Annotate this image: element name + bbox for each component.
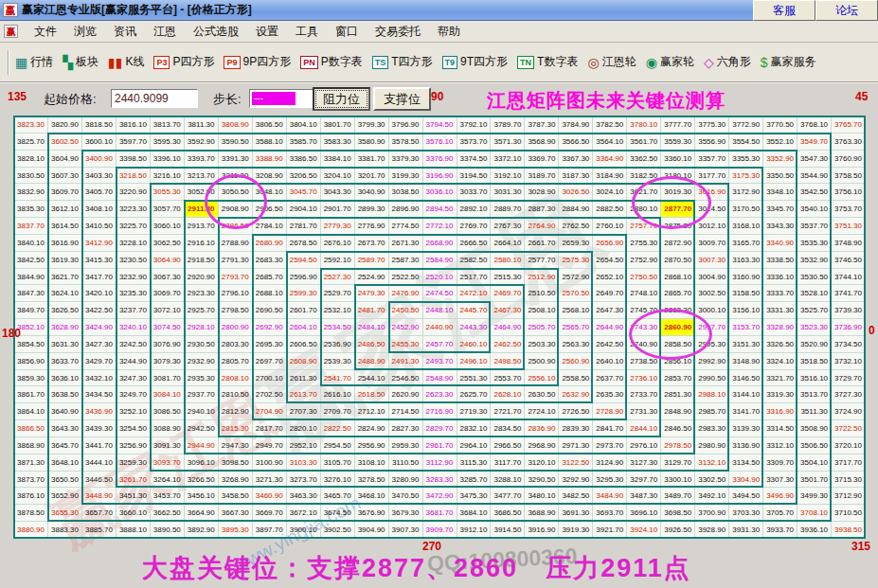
grid-cell-r9-c7: 2791.30 — [219, 252, 253, 269]
grid-cell-r12-c17: 2568.10 — [559, 302, 593, 319]
toolbar-item-p-table[interactable]: PNP数字表 — [300, 54, 363, 70]
grid-cell-r8-c21: 3009.70 — [695, 235, 729, 252]
grid-cell-r21-c24: 3504.10 — [797, 454, 832, 472]
toolbar-item-kline[interactable]: ▮▮K线 — [108, 54, 144, 70]
grid-cell-r24-c1: 3878.50 — [14, 505, 48, 522]
menu-item-2[interactable]: 资讯 — [105, 21, 145, 43]
grid-cell-r13-c17: 2565.70 — [559, 319, 593, 336]
menu-item-6[interactable]: 工具 — [287, 21, 327, 43]
menu-item-1[interactable]: 浏览 — [65, 21, 105, 43]
grid-cell-r10-c11: 2524.90 — [355, 269, 389, 286]
grid-cell-r25-c16: 3916.90 — [525, 522, 559, 539]
grid-cell-r20-c6: 2944.90 — [185, 437, 219, 454]
start-price-input[interactable] — [111, 89, 198, 108]
grid-cell-r24-c21: 3700.90 — [695, 505, 729, 522]
controls-row: 135 起始价格: 步长: --- ▼ 阻力位 支撑位 90 江恩矩阵图未来关键… — [0, 83, 878, 116]
toolbar-item-label: 9T四方形 — [460, 54, 508, 70]
grid-cell-r13-c22: 3153.70 — [729, 319, 763, 336]
menu-item-5[interactable]: 设置 — [247, 21, 287, 43]
grid-cell-r4-c6: 3213.70 — [185, 168, 219, 185]
grid-cell-r20-c16: 2968.90 — [525, 437, 559, 454]
toolbar-item-9p-square[interactable]: P99P四方形 — [224, 54, 291, 70]
grid-cell-r11-c21: 3002.50 — [695, 285, 729, 302]
grid-cell-r13-c14: 2443.30 — [457, 319, 491, 336]
grid-cell-r4-c7: 3211.30 — [219, 168, 253, 185]
grid-cell-r7-c6: 2913.70 — [185, 218, 219, 235]
grid-cell-r2-c19: 3561.70 — [627, 134, 661, 151]
grid-cell-r4-c16: 3189.70 — [525, 168, 559, 185]
toolbar-item-9t-square[interactable]: T99T四方形 — [442, 54, 509, 70]
grid-cell-r15-c1: 3856.90 — [14, 353, 48, 370]
grid-cell-r24-c5: 3662.50 — [151, 505, 185, 522]
grid-cell-r21-c15: 3117.70 — [491, 454, 525, 472]
grid-cell-r25-c24: 3936.10 — [797, 522, 832, 539]
grid-cell-r19-c6: 2942.50 — [185, 420, 219, 437]
menu-item-4[interactable]: 公式选股 — [185, 21, 247, 43]
toolbar-item-winner-wheel[interactable]: ◉赢家轮 — [646, 54, 694, 70]
grid-cell-r24-c9: 3672.10 — [287, 505, 321, 522]
grid-cell-r20-c11: 2956.90 — [355, 437, 389, 454]
resistance-button[interactable]: 阻力位 — [313, 87, 370, 111]
grid-cell-r20-c9: 2952.10 — [287, 437, 321, 454]
grid-cell-r12-c9: 2601.70 — [287, 302, 321, 319]
grid-cell-r2-c25: 3763.30 — [832, 134, 866, 151]
grid-cell-r1-c1: 3823.30 — [14, 116, 48, 134]
toolbar-item-market[interactable]: ▦行情 — [15, 54, 53, 70]
grid-cell-r13-c15: 2464.90 — [491, 319, 525, 336]
grid-cell-r16-c23: 3321.70 — [763, 370, 797, 387]
grid-cell-r4-c18: 3184.90 — [593, 168, 627, 185]
angle-label-90: 90 — [431, 90, 443, 103]
grid-cell-r4-c2: 3607.30 — [48, 168, 82, 185]
grid-cell-r21-c21: 3132.10 — [695, 454, 729, 472]
menu-item-8[interactable]: 交易委托 — [367, 21, 429, 43]
grid-cell-r15-c10: 2539.30 — [321, 353, 355, 370]
grid-cell-r3-c11: 3381.70 — [355, 151, 389, 168]
toolbar-item-winner-service[interactable]: $赢家服务 — [761, 54, 816, 70]
grid-cell-r7-c21: 3012.10 — [695, 218, 729, 235]
grid-cell-r24-c25: 3710.50 — [832, 505, 866, 522]
menu-item-7[interactable]: 窗口 — [327, 21, 367, 43]
angle-label-315: 315 — [851, 540, 870, 553]
grid-cell-r18-c24: 3511.30 — [797, 403, 832, 420]
grid-cell-r6-c16: 2887.30 — [525, 201, 559, 218]
grid-cell-r9-c12: 2587.30 — [389, 252, 423, 269]
menu-item-0[interactable]: 文件 — [26, 21, 65, 43]
grid-cell-r14-c19: 2740.90 — [627, 336, 661, 353]
toolbar-item-hexagon[interactable]: ◇六角形 — [704, 54, 751, 70]
toolbar-item-t-table[interactable]: TNT数字表 — [517, 54, 578, 70]
grid-cell-r16-c11: 2544.10 — [355, 370, 389, 387]
customer-service-button[interactable]: 客服 — [753, 0, 815, 21]
grid-cell-r21-c16: 3120.10 — [525, 454, 559, 472]
grid-cell-r3-c2: 3604.90 — [48, 151, 82, 168]
grid-cell-r12-c10: 2532.10 — [321, 302, 355, 319]
toolbar-item-t-square[interactable]: TST四方形 — [372, 54, 433, 70]
grid-cell-r11-c5: 3069.70 — [151, 285, 185, 302]
toolbar-item-sectors[interactable]: ▚板块 — [63, 54, 99, 70]
grid-cell-r11-c19: 2748.10 — [627, 285, 661, 302]
grid-cell-r1-c11: 3799.30 — [355, 116, 389, 134]
grid-cell-r22-c3: 3446.50 — [82, 472, 116, 489]
support-button[interactable]: 支撑位 — [373, 87, 431, 111]
grid-cell-r13-c10: 2534.50 — [321, 319, 355, 336]
toolbar-item-label: 江恩轮 — [602, 54, 636, 70]
grid-cell-r21-c6: 3096.10 — [185, 454, 219, 472]
grid-cell-r15-c21: 2992.90 — [695, 353, 729, 370]
grid-cell-r15-c24: 3518.50 — [797, 353, 832, 370]
grid-cell-r10-c18: 2652.10 — [593, 269, 627, 286]
grid-cell-r8-c1: 3840.10 — [14, 235, 48, 252]
toolbar-item-p-square[interactable]: P3P四方形 — [153, 54, 214, 70]
menu-item-9[interactable]: 帮助 — [429, 21, 469, 43]
grid-cell-r8-c12: 2671.30 — [389, 235, 423, 252]
grid-cell-r21-c12: 3110.50 — [389, 454, 423, 472]
grid-cell-r5-c10: 3043.30 — [321, 184, 355, 201]
forum-button[interactable]: 论坛 — [815, 0, 878, 21]
toolbar-item-gann-wheel[interactable]: ◎江恩轮 — [587, 54, 636, 70]
grid-cell-r22-c10: 3276.10 — [321, 472, 355, 489]
grid-cell-r8-c18: 2656.90 — [593, 235, 627, 252]
grid-cell-r6-c7: 2908.90 — [219, 201, 253, 218]
grid-cell-r19-c13: 2829.70 — [423, 420, 457, 437]
menu-item-3[interactable]: 江恩 — [145, 21, 185, 43]
grid-cell-r12-c8: 2690.50 — [253, 302, 287, 319]
grid-cell-r2-c24: 3549.70 — [797, 134, 832, 151]
grid-cell-r25-c9: 3900.10 — [287, 522, 321, 539]
